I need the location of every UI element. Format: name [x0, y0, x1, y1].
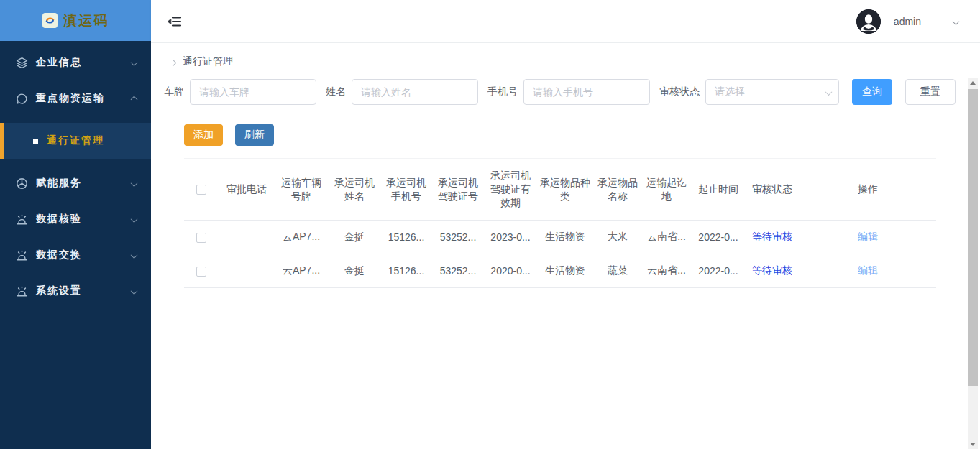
passes-table: 审批电话 运输车辆号牌 承运司机姓名 承运司机手机号 承运司机驾驶证号 承运司机…: [184, 158, 936, 288]
plate-input[interactable]: [190, 79, 316, 105]
username-label: admin: [894, 16, 921, 27]
chevron-down-icon: [132, 213, 137, 226]
column-header: 起止时间: [692, 159, 745, 221]
row-checkbox[interactable]: [196, 233, 206, 243]
row-checkbox-cell: [184, 254, 219, 288]
column-header: 承运司机驾驶证有效期: [485, 159, 536, 221]
add-button[interactable]: 添加: [184, 124, 223, 146]
siren-icon: [16, 285, 28, 297]
comment-icon: [16, 93, 28, 105]
status-label: 审核状态: [659, 85, 700, 98]
chevron-down-icon: [132, 284, 137, 297]
sidebar-subitem-pass-management[interactable]: 通行证管理: [0, 123, 151, 159]
cell-driver-phone: 15126...: [381, 221, 431, 254]
search-button[interactable]: 查询: [852, 79, 892, 105]
select-all-checkbox[interactable]: [196, 185, 206, 195]
topbar: admin: [151, 0, 980, 43]
sidebar-item-label: 数据核验: [36, 213, 82, 226]
table-toolbar: 添加 刷新: [184, 124, 980, 146]
column-header: 承运物品名称: [594, 159, 641, 221]
plate-label: 车牌: [164, 85, 184, 98]
main-area: admin 通行证管理 车牌 姓名 手机号 审核状态 请选择: [151, 0, 980, 449]
sidebar-item-label: 重点物资运输: [36, 92, 105, 105]
sidebar-item-key-materials-transport[interactable]: 重点物资运输: [0, 80, 151, 116]
layers-icon: [16, 57, 28, 69]
cell-time-range: 2022-0...: [692, 254, 745, 288]
siren-icon: [16, 249, 28, 261]
chevron-down-icon: [953, 15, 958, 28]
user-menu[interactable]: admin: [856, 9, 958, 34]
cell-plate: 云AP7...: [275, 221, 328, 254]
scrollbar-down-arrow-icon[interactable]: [968, 439, 978, 449]
phone-input[interactable]: [523, 79, 650, 105]
column-header: 承运物品种类: [536, 159, 594, 221]
row-checkbox[interactable]: [196, 267, 206, 277]
cell-driver-name: 金挺: [328, 221, 381, 254]
edit-link[interactable]: 编辑: [858, 231, 878, 242]
app-logo-icon: [42, 13, 58, 28]
logo-bar: 滇运码: [0, 0, 151, 41]
scrollbar-thumb[interactable]: [968, 89, 978, 386]
sidebar-item-system-settings[interactable]: 系统设置: [0, 273, 151, 309]
column-header: 运输车辆号牌: [275, 159, 328, 221]
cell-license-validity: 2023-0...: [485, 221, 536, 254]
cube-icon: [16, 177, 28, 190]
breadcrumb-current: 通行证管理: [183, 55, 233, 68]
cell-time-range: 2022-0...: [692, 221, 745, 254]
cell-audit-status: 等待审核: [745, 221, 800, 254]
column-header: 审批电话: [219, 159, 275, 221]
cell-license-no: 53252...: [431, 254, 485, 288]
chevron-down-icon: [826, 85, 831, 98]
content-area: 通行证管理 车牌 姓名 手机号 审核状态 请选择 查询 重置 添加 刷新: [151, 43, 980, 449]
sidebar-fold-icon[interactable]: [167, 14, 183, 29]
cell-plate: 云AP7...: [275, 254, 328, 288]
app-title: 滇运码: [64, 11, 109, 30]
cell-actions: 编辑: [800, 254, 936, 288]
app-window: 滇运码 企业信息 重点物资运输: [0, 0, 980, 449]
content-scrollbar[interactable]: [968, 78, 978, 449]
cell-route: 云南省...: [641, 254, 692, 288]
scrollbar-up-arrow-icon[interactable]: [968, 78, 978, 88]
sidebar-item-enablement-services[interactable]: 赋能服务: [0, 165, 151, 201]
chevron-down-icon: [132, 56, 137, 69]
row-checkbox-cell: [184, 221, 219, 254]
cell-approve-phone: [219, 221, 275, 254]
column-header: 承运司机姓名: [328, 159, 381, 221]
refresh-button[interactable]: 刷新: [235, 124, 274, 146]
header-checkbox-cell: [184, 159, 219, 221]
filter-bar: 车牌 姓名 手机号 审核状态 请选择 查询 重置: [164, 79, 980, 105]
column-header: 操作: [800, 159, 936, 221]
reset-button[interactable]: 重置: [905, 79, 956, 105]
column-header: 承运司机驾驶证号: [431, 159, 485, 221]
column-header: 运输起讫地: [641, 159, 692, 221]
cell-license-validity: 2020-0...: [485, 254, 536, 288]
chevron-right-icon: [170, 56, 175, 68]
siren-icon: [16, 213, 28, 226]
chevron-up-icon: [132, 92, 137, 105]
status-select[interactable]: 请选择: [705, 79, 839, 105]
sidebar-item-label: 系统设置: [36, 284, 82, 297]
cell-driver-name: 金挺: [328, 254, 381, 288]
cell-goods-name: 蔬菜: [594, 254, 641, 288]
status-select-placeholder: 请选择: [715, 85, 745, 98]
table-row: 云AP7... 金挺 15126... 53252... 2020-0... 生…: [184, 254, 936, 288]
sidebar-menu: 企业信息 重点物资运输 通行证管理: [0, 41, 151, 309]
cell-license-no: 53252...: [431, 221, 485, 254]
sidebar-item-enterprise-info[interactable]: 企业信息: [0, 45, 151, 80]
sidebar-item-data-verification[interactable]: 数据核验: [0, 201, 151, 237]
chevron-down-icon: [132, 249, 137, 261]
table-header-row: 审批电话 运输车辆号牌 承运司机姓名 承运司机手机号 承运司机驾驶证号 承运司机…: [184, 159, 936, 221]
table-row: 云AP7... 金挺 15126... 53252... 2023-0... 生…: [184, 221, 936, 254]
sidebar-item-label: 企业信息: [36, 56, 82, 69]
cell-driver-phone: 15126...: [381, 254, 431, 288]
sidebar-item-data-exchange[interactable]: 数据交换: [0, 237, 151, 273]
bullet-icon: [33, 139, 38, 144]
edit-link[interactable]: 编辑: [858, 264, 878, 276]
name-input[interactable]: [352, 79, 478, 105]
column-header: 审核状态: [745, 159, 800, 221]
sidebar: 滇运码 企业信息 重点物资运输: [0, 0, 151, 449]
column-header: 承运司机手机号: [381, 159, 431, 221]
cell-goods-name: 大米: [594, 221, 641, 254]
cell-goods-type: 生活物资: [536, 254, 594, 288]
sidebar-item-label: 数据交换: [36, 249, 82, 261]
